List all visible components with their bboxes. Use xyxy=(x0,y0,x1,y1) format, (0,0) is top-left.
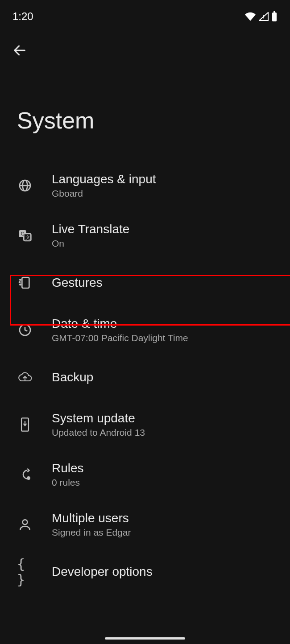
item-subtitle: Gboard xyxy=(52,188,278,199)
item-title: Developer options xyxy=(52,565,278,579)
toolbar xyxy=(0,27,290,67)
battery-icon xyxy=(271,11,278,22)
item-title: Live Translate xyxy=(52,222,278,236)
home-indicator[interactable] xyxy=(105,637,185,640)
svg-rect-11 xyxy=(22,277,29,288)
item-live-translate[interactable]: G文 Live Translate On xyxy=(0,211,290,260)
item-languages-input[interactable]: Languages & input Gboard xyxy=(0,161,290,211)
item-subtitle: GMT-07:00 Pacific Daylight Time xyxy=(52,333,278,343)
item-multiple-users[interactable]: Multiple users Signed in as Edgar xyxy=(0,500,290,549)
item-subtitle: Signed in as Edgar xyxy=(52,527,278,538)
rules-icon xyxy=(17,466,33,483)
clock-icon xyxy=(17,322,33,338)
item-title: Rules xyxy=(52,461,278,475)
item-rules[interactable]: Rules 0 rules xyxy=(0,450,290,500)
wifi-icon xyxy=(244,12,256,21)
svg-point-19 xyxy=(27,476,30,480)
braces-icon: { } xyxy=(17,564,33,580)
item-date-time[interactable]: Date & time GMT-07:00 Pacific Daylight T… xyxy=(0,305,290,355)
svg-text:文: 文 xyxy=(25,235,30,240)
svg-text:G: G xyxy=(21,231,25,236)
svg-point-13 xyxy=(19,282,20,283)
status-icons: ! xyxy=(244,11,278,22)
person-icon xyxy=(17,516,33,533)
item-title: System update xyxy=(52,411,278,425)
arrow-back-icon xyxy=(12,43,27,59)
svg-point-14 xyxy=(20,284,21,285)
cloud-upload-icon xyxy=(17,369,33,385)
item-title: Date & time xyxy=(52,317,278,331)
item-title: Backup xyxy=(52,370,278,384)
item-backup[interactable]: Backup xyxy=(0,355,290,400)
item-title: Gestures xyxy=(52,276,278,290)
item-subtitle: 0 rules xyxy=(52,477,278,488)
svg-rect-1 xyxy=(272,12,277,21)
gesture-icon xyxy=(17,275,33,291)
item-developer-options[interactable]: { } Developer options xyxy=(0,549,290,594)
phone-download-icon xyxy=(17,417,33,433)
status-time: 1:20 xyxy=(12,10,33,23)
page-title: System xyxy=(0,67,290,161)
item-system-update[interactable]: System update Updated to Android 13 xyxy=(0,400,290,450)
globe-icon xyxy=(17,178,33,194)
item-title: Languages & input xyxy=(52,172,278,186)
back-button[interactable] xyxy=(8,39,31,62)
item-subtitle: On xyxy=(52,238,278,249)
svg-rect-2 xyxy=(273,11,275,12)
item-gestures[interactable]: Gestures xyxy=(0,260,290,305)
status-bar: 1:20 ! xyxy=(0,0,290,27)
item-title: Multiple users xyxy=(52,511,278,525)
settings-list: Languages & input Gboard G文 Live Transla… xyxy=(0,161,290,594)
item-subtitle: Updated to Android 13 xyxy=(52,427,278,438)
svg-point-12 xyxy=(20,279,21,280)
translate-icon: G文 xyxy=(17,227,33,244)
svg-text:!: ! xyxy=(263,14,264,21)
cellular-icon: ! xyxy=(259,12,269,21)
svg-point-20 xyxy=(23,520,28,524)
